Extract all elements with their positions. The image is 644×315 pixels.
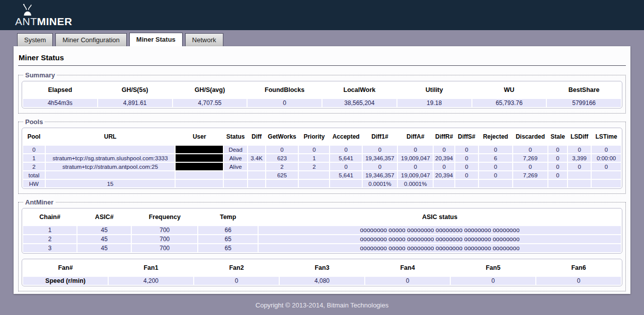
- pools-column-header: Pool: [23, 129, 45, 145]
- summary-value: 4,891.61: [98, 99, 172, 107]
- fans-column-header: Fan5: [451, 260, 535, 276]
- pools-legend: Pools: [23, 118, 45, 126]
- tab-miner-status[interactable]: Miner Status: [129, 33, 183, 46]
- summary-column-header: GH/S(avg): [173, 82, 247, 98]
- pools-cell: 0.0001%: [363, 180, 397, 187]
- fans-column-header: Fan3: [280, 260, 364, 276]
- pools-column-header: URL: [46, 129, 175, 145]
- chain-cell: 65: [198, 235, 258, 243]
- chain-cell: 700: [132, 244, 197, 252]
- pools-cell: [568, 171, 591, 179]
- summary-header-row: ElapsedGH/S(5s)GH/S(avg)FoundBlocksLocal…: [23, 82, 621, 98]
- pools-cell: 0: [299, 146, 329, 153]
- summary-column-header: WU: [472, 82, 546, 98]
- chain-cell: 45: [77, 235, 131, 243]
- pools-cell: Alive: [224, 154, 247, 162]
- chains-table: Chain#ASIC#FrequencyTempASIC status 1457…: [22, 208, 622, 254]
- pools-column-header: DiffS#: [455, 129, 478, 145]
- pools-column-header: DiffR#: [434, 129, 454, 145]
- pools-cell: [479, 180, 512, 187]
- pools-cell: [224, 180, 247, 187]
- summary-column-header: GH/S(5s): [98, 82, 172, 98]
- pools-cell: 2: [23, 163, 45, 170]
- fans-header-row: Fan#Fan1Fan2Fan3Fan4Fan5Fan6: [23, 260, 621, 276]
- pools-cell: [176, 180, 223, 187]
- pools-cell: 0: [363, 146, 397, 153]
- pools-cell: 3.4K: [248, 154, 265, 162]
- pools-cell: 0: [548, 163, 567, 170]
- pools-fieldset: Pools PoolURLUserStatusDiffGetWorksPrior…: [18, 118, 626, 194]
- pools-cell: 0: [363, 163, 397, 170]
- antminer-legend: AntMiner: [23, 198, 55, 206]
- pools-cell: [248, 163, 265, 170]
- pools-cell: 3,399: [568, 154, 591, 162]
- pools-cell: 0: [455, 163, 478, 170]
- pools-cell: 0: [548, 154, 567, 162]
- pools-column-header: LSTime: [592, 129, 621, 145]
- pools-cell: 0: [568, 163, 591, 170]
- pools-cell: 623: [266, 154, 298, 162]
- pools-column-header: GetWorks: [266, 129, 298, 145]
- pools-cell: [434, 180, 454, 187]
- summary-value: 19.18: [397, 99, 471, 107]
- pools-cell: Dead: [224, 146, 247, 153]
- pools-user-redacted: [176, 163, 223, 170]
- summary-value: 0: [248, 99, 321, 107]
- pools-cell: 19,346,357: [363, 171, 397, 179]
- pools-cell: [592, 180, 621, 187]
- pools-cell: 6: [479, 154, 512, 162]
- pools-cell: [176, 171, 223, 179]
- pools-cell: 20,394: [434, 171, 454, 179]
- fan-speed-value: 0: [365, 277, 450, 285]
- asic-status-cell: oooooooo ooooo oooooooo oooooooo ooooooo…: [259, 235, 621, 243]
- pools-column-header: Diff: [248, 129, 265, 145]
- pools-cell: 0: [513, 163, 547, 170]
- fans-column-header: Fan4: [365, 260, 450, 276]
- pools-cell: 0: [455, 154, 478, 162]
- pools-cell: total: [23, 171, 45, 179]
- summary-value: 4,707.55: [173, 99, 247, 107]
- tab-miner-configuration[interactable]: Miner Configuration: [55, 33, 126, 46]
- logo-miner: MINER: [37, 16, 72, 27]
- pools-cell: 0: [568, 146, 591, 153]
- tab-bar: SystemMiner ConfigurationMiner StatusNet…: [0, 30, 644, 46]
- pools-cell: 0: [398, 163, 433, 170]
- pools-cell: 19,346,357: [363, 154, 397, 162]
- summary-value-row: 4h54m3s4,891.614,707.55038,565,20419.186…: [23, 99, 621, 107]
- pools-cell: [592, 171, 621, 179]
- pools-cell: [266, 180, 298, 187]
- content-panel: Miner Status Summary ElapsedGH/S(5s)GH/S…: [14, 46, 630, 294]
- pools-cell: [224, 171, 247, 179]
- antminer-fieldset: AntMiner Chain#ASIC#FrequencyTempASIC st…: [18, 198, 626, 291]
- pools-row: 2stratum+tcp://stratum.antpool.com:25Ali…: [23, 163, 621, 170]
- tab-system[interactable]: System: [17, 33, 53, 46]
- logo-text: ANTMINER: [15, 16, 72, 27]
- pools-cell: 0: [479, 146, 512, 153]
- page-title: Miner Status: [19, 53, 625, 62]
- pools-column-header: Rejected: [479, 129, 512, 145]
- pools-cell: 0: [455, 146, 478, 153]
- pools-cell: 7,269: [513, 171, 547, 179]
- chain-row: 14570066oooooooo ooooo oooooooo oooooooo…: [23, 226, 621, 234]
- chains-body: 14570066oooooooo ooooo oooooooo oooooooo…: [23, 226, 621, 252]
- pools-cell: [46, 146, 175, 153]
- pools-cell: 0: [548, 171, 567, 179]
- chains-column-header: Chain#: [23, 209, 76, 225]
- chain-cell: 3: [23, 244, 76, 252]
- summary-column-header: BestShare: [547, 82, 621, 98]
- asic-status-cell: oooooooo ooooo oooooooo oooooooo ooooooo…: [259, 244, 621, 252]
- pools-cell: 0: [548, 146, 567, 153]
- pools-cell: [455, 180, 478, 187]
- pools-cell: [513, 180, 547, 187]
- pools-cell: 5,641: [330, 171, 361, 179]
- summary-column-header: LocalWork: [323, 82, 396, 98]
- fans-value-row: Speed (r/min)4,20004,080000: [23, 277, 621, 285]
- summary-column-header: Elapsed: [23, 82, 97, 98]
- tab-network[interactable]: Network: [185, 33, 223, 46]
- pools-user-redacted: [176, 146, 223, 153]
- summary-value: 5799166: [547, 99, 621, 107]
- logo-ant: ANT: [15, 16, 37, 27]
- pools-cell: 0: [479, 171, 512, 179]
- fans-column-header: Fan2: [194, 260, 279, 276]
- pools-cell: 0: [398, 146, 433, 153]
